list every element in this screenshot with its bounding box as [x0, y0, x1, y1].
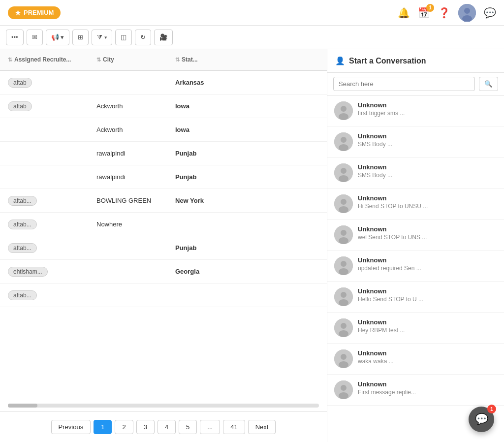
table-row[interactable]: aftab Arkansas	[0, 71, 327, 95]
svg-point-32	[339, 392, 348, 399]
conv-avatar-9	[334, 380, 353, 399]
conv-content-9: Unknown First message replie...	[358, 380, 497, 396]
svg-point-7	[341, 137, 346, 143]
scroll-area[interactable]	[0, 400, 327, 411]
conv-name-1: Unknown	[358, 132, 497, 140]
table-rows: aftab Arkansas aftab Ackworth Iowa Ackwo…	[0, 71, 327, 400]
page-3-button[interactable]: 3	[136, 420, 155, 434]
svg-point-17	[339, 237, 348, 244]
page-5-button[interactable]: 5	[179, 420, 197, 434]
cell-city-1: Ackworth	[93, 102, 171, 110]
cell-state-1: Iowa	[171, 102, 220, 110]
conv-content-6: Unknown Hello Send STOP to U ...	[358, 287, 497, 303]
conv-content-1: Unknown SMS Body ...	[358, 132, 497, 148]
right-panel: 👤 Start a Conversation 🔍 Unknown first t…	[327, 49, 504, 442]
video-button[interactable]: 🎥	[154, 30, 173, 45]
calendar-badge: 1	[426, 4, 434, 12]
svg-point-29	[339, 361, 348, 368]
conv-preview-8: waka waka ...	[358, 358, 497, 365]
table-row[interactable]: aftab... Punjab	[0, 236, 327, 260]
conversation-item[interactable]: Unknown wel Send STOP to UNS ...	[327, 220, 504, 251]
conv-preview-0: first trigger sms ...	[358, 110, 497, 117]
conversation-item[interactable]: Unknown First message replie...	[327, 375, 504, 406]
table-row[interactable]: aftab...	[0, 284, 327, 307]
page-2-button[interactable]: 2	[115, 420, 133, 434]
user-avatar[interactable]	[458, 4, 476, 22]
table-row[interactable]: Ackworth Iowa	[0, 118, 327, 142]
toolbar: ••• ✉ 📢 ▾ ⊞ ⧩ ▾ ◫ ↻ 🎥	[0, 26, 504, 49]
main-layout: ⇅ Assigned Recruite... ⇅ City ⇅ Stat... …	[0, 49, 504, 442]
page-4-button[interactable]: 4	[158, 420, 176, 434]
cell-city-4: rawalpindi	[93, 173, 171, 181]
premium-badge[interactable]: PREMIUM	[8, 6, 61, 19]
conv-name-0: Unknown	[358, 101, 497, 109]
broadcast-button[interactable]: 📢 ▾	[46, 30, 70, 45]
table-section: ⇅ Assigned Recruite... ⇅ City ⇅ Stat... …	[0, 49, 327, 442]
page-1-button[interactable]: 1	[94, 420, 112, 434]
state-header[interactable]: ⇅ Stat...	[171, 56, 220, 63]
svg-point-20	[339, 268, 348, 275]
table-row[interactable]: aftab... Nowhere	[0, 213, 327, 236]
email-button[interactable]: ✉	[27, 30, 43, 45]
conversation-item[interactable]: Unknown first trigger sms ...	[327, 95, 504, 126]
svg-point-5	[339, 113, 348, 120]
cell-state-8: Georgia	[171, 268, 220, 275]
column-headers: ⇅ Assigned Recruite... ⇅ City ⇅ Stat...	[0, 49, 327, 71]
svg-point-23	[339, 299, 348, 306]
svg-point-8	[339, 144, 348, 151]
cell-city-2: Ackworth	[93, 126, 171, 133]
conversation-item[interactable]: Unknown updated required Sen ...	[327, 251, 504, 282]
table-row[interactable]: ehtisham... Georgia	[0, 260, 327, 284]
sort-icon-assigned: ⇅	[8, 57, 12, 63]
conv-avatar-3	[334, 194, 353, 213]
conv-avatar-7	[334, 318, 353, 337]
conversation-item[interactable]: Unknown waka waka ...	[327, 344, 504, 375]
conv-avatar-0	[334, 101, 353, 120]
conv-preview-1: SMS Body ...	[358, 141, 497, 148]
conversation-item[interactable]: Unknown SMS Body ...	[327, 126, 504, 158]
table-row[interactable]: rawalpindi Punjab	[0, 142, 327, 165]
conv-avatar-4	[334, 225, 353, 244]
cell-state-5: New York	[171, 197, 220, 204]
filter-button[interactable]: ⧩ ▾	[92, 30, 112, 45]
tag-8: ehtisham...	[8, 267, 48, 277]
help-icon[interactable]: ❓	[438, 7, 450, 19]
conv-name-5: Unknown	[358, 256, 497, 264]
more-options-button[interactable]: •••	[6, 30, 24, 45]
notifications-icon[interactable]: 🔔	[398, 7, 410, 19]
previous-button[interactable]: Previous	[51, 420, 91, 434]
grid-view-button[interactable]: ⊞	[72, 30, 89, 45]
search-button[interactable]: 🔍	[479, 77, 498, 91]
cell-assigned-7: aftab...	[4, 243, 93, 253]
table-row[interactable]: aftab... BOWLING GREEN New York	[0, 189, 327, 213]
conv-name-4: Unknown	[358, 225, 497, 233]
page-41-button[interactable]: 41	[223, 420, 245, 434]
calendar-icon[interactable]: 📅 1	[418, 7, 430, 19]
table-row[interactable]: aftab Ackworth Iowa	[0, 95, 327, 118]
conversation-item[interactable]: Unknown SMS Body ...	[327, 158, 504, 189]
conv-preview-4: wel Send STOP to UNS ...	[358, 234, 497, 241]
conversation-item[interactable]: Unknown Hey RBPM test ...	[327, 313, 504, 344]
conversation-item[interactable]: Unknown Hello Send STOP to U ...	[327, 282, 504, 313]
conversation-item[interactable]: Unknown Hi Send STOP to UNSU ...	[327, 189, 504, 220]
table-row[interactable]: rawalpindi Punjab	[0, 165, 327, 189]
assigned-recruiter-header[interactable]: ⇅ Assigned Recruite...	[4, 56, 93, 63]
chat-widget-button[interactable]: 💬 1	[469, 407, 494, 432]
tag-0: aftab	[8, 78, 32, 88]
city-header[interactable]: ⇅ City	[93, 56, 171, 63]
conv-content-3: Unknown Hi Send STOP to UNSU ...	[358, 194, 497, 210]
split-view-button[interactable]: ◫	[115, 30, 132, 45]
cell-city-6: Nowhere	[93, 221, 171, 228]
next-button[interactable]: Next	[248, 420, 276, 434]
chat-icon[interactable]: 💬	[484, 7, 496, 19]
cell-assigned-5: aftab...	[4, 196, 93, 206]
svg-point-14	[339, 206, 348, 213]
conv-avatar-2	[334, 163, 353, 182]
svg-point-16	[341, 230, 346, 236]
pagination: Previous 1 2 3 4 5 ... 41 Next	[0, 411, 327, 442]
refresh-button[interactable]: ↻	[135, 30, 151, 45]
conv-content-5: Unknown updated required Sen ...	[358, 256, 497, 272]
tag-5: aftab...	[8, 196, 37, 206]
search-input[interactable]	[333, 77, 475, 91]
cell-assigned-0: aftab	[4, 78, 93, 88]
